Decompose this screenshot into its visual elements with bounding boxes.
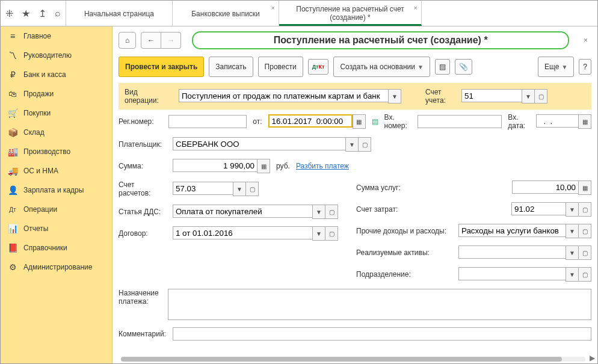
toolbar: Провести и закрыть Записать Провести ДтК… xyxy=(113,54,597,83)
dropdown-icon[interactable]: ▼ xyxy=(566,202,579,217)
purpose-textarea[interactable] xyxy=(168,289,591,320)
sidebar-item-label: Справочники xyxy=(23,244,67,252)
tab-label: Начальная страница xyxy=(84,10,154,18)
open-icon[interactable]: ▢ xyxy=(325,205,338,219)
sum-label: Сумма: xyxy=(119,162,167,170)
assets-label: Реализуемые активы: xyxy=(356,248,452,257)
apps-icon[interactable]: ⁜ xyxy=(5,8,13,19)
other-label: Прочие доходы и расходы: xyxy=(356,227,452,235)
cost-acc-input[interactable] xyxy=(511,202,566,215)
forward-button[interactable]: → xyxy=(161,32,181,49)
sidebar-item-bank[interactable]: ₽Банк и касса xyxy=(1,65,112,84)
date-input[interactable] xyxy=(268,114,353,128)
payer-label: Плательщик: xyxy=(119,140,167,149)
sidebar-item-sales[interactable]: 🛍Продажи xyxy=(1,84,112,103)
calc-icon[interactable]: ▦ xyxy=(578,180,591,195)
dropdown-icon[interactable]: ▼ xyxy=(566,267,579,282)
op-type-input[interactable] xyxy=(179,89,388,102)
open-icon[interactable]: ▢ xyxy=(535,89,547,103)
sidebar-item-operations[interactable]: ДтОперации xyxy=(1,200,112,219)
post-close-button[interactable]: Провести и закрыть xyxy=(119,57,204,77)
dropdown-icon[interactable]: ▼ xyxy=(233,182,246,196)
home-button[interactable]: ⌂ xyxy=(119,32,136,49)
open-icon[interactable]: ▢ xyxy=(579,224,591,238)
from-label: от: xyxy=(253,117,262,126)
calendar-icon[interactable]: ▦ xyxy=(353,114,366,129)
in-no-input[interactable] xyxy=(418,115,502,128)
open-icon[interactable]: ▢ xyxy=(579,267,591,282)
sidebar-item-production[interactable]: 🏭Производство xyxy=(1,142,112,161)
payer-input[interactable] xyxy=(173,137,345,150)
dropdown-icon[interactable]: ▼ xyxy=(566,224,579,238)
save-button[interactable]: Записать xyxy=(209,57,253,77)
dtkt-button[interactable]: ДтКт xyxy=(308,59,329,75)
sidebar-item-catalogs[interactable]: 📕Справочники xyxy=(1,238,112,258)
close-icon[interactable]: × xyxy=(414,4,418,11)
sidebar-item-purchase[interactable]: 🛒Покупки xyxy=(1,103,112,123)
dropdown-icon[interactable]: ▼ xyxy=(312,205,325,219)
contract-input[interactable] xyxy=(173,226,312,239)
sidebar-item-label: Склад xyxy=(23,128,45,137)
service-sum-input[interactable] xyxy=(512,180,578,194)
division-label: Подразделение: xyxy=(356,270,452,279)
more-button[interactable]: Еще▼ xyxy=(538,57,574,77)
doc-icon[interactable]: ▤ xyxy=(372,117,378,126)
tab-label: Поступление на расчетный счет (создание)… xyxy=(290,5,410,22)
post-button[interactable]: Провести xyxy=(258,57,303,77)
other-input[interactable] xyxy=(458,224,566,237)
sidebar-item-reports[interactable]: 📊Отчеты xyxy=(1,219,112,238)
assets-input[interactable] xyxy=(458,245,566,259)
sidebar-item-label: Производство xyxy=(23,147,70,156)
dropdown-icon[interactable]: ▼ xyxy=(345,137,359,152)
tab-receipt-create[interactable]: Поступление на расчетный счет (создание)… xyxy=(279,1,422,26)
tab-bank-statements[interactable]: Банковские выписки× xyxy=(173,1,279,26)
sidebar-item-assets[interactable]: 🚚ОС и НМА xyxy=(1,161,112,180)
close-button[interactable]: × xyxy=(580,36,591,45)
split-payment-link[interactable]: Разбить платеж xyxy=(296,162,349,170)
comment-input[interactable] xyxy=(173,327,591,341)
in-date-input[interactable] xyxy=(536,114,578,128)
sidebar-item-admin[interactable]: ⚙Администрирование xyxy=(1,258,112,277)
top-tools: ⁜ ★ ↥ ⌕ xyxy=(1,1,66,26)
calendar-icon[interactable]: ▦ xyxy=(578,114,591,129)
sidebar-item-manager[interactable]: 〽Руководителю xyxy=(1,46,112,65)
horizontal-scrollbar[interactable] xyxy=(121,357,585,362)
sidebar-item-label: Зарплата и кадры xyxy=(23,186,84,194)
sidebar-item-hr[interactable]: 👤Зарплата и кадры xyxy=(1,180,112,200)
truck-icon: 🚚 xyxy=(8,166,17,176)
open-icon[interactable]: ▢ xyxy=(325,226,338,241)
open-icon[interactable]: ▢ xyxy=(579,202,591,217)
print-button[interactable]: ▤ xyxy=(435,59,450,75)
attach-button[interactable]: 📎 xyxy=(455,59,472,75)
reg-no-input[interactable] xyxy=(168,115,247,128)
tab-home[interactable]: Начальная страница xyxy=(66,1,173,26)
dropdown-icon[interactable]: ▼ xyxy=(312,226,325,241)
calc-icon[interactable]: ▦ xyxy=(257,159,270,173)
open-icon[interactable]: ▢ xyxy=(579,245,591,260)
sum-input[interactable] xyxy=(173,159,257,172)
search-icon[interactable]: ⌕ xyxy=(55,8,61,19)
close-icon[interactable]: × xyxy=(271,4,275,11)
division-input[interactable] xyxy=(458,267,566,280)
scroll-right-icon[interactable]: ▶ xyxy=(590,354,595,362)
report-icon: 📊 xyxy=(8,224,17,233)
back-button[interactable]: ← xyxy=(141,32,161,49)
sidebar-item-main[interactable]: ≡Главное xyxy=(1,26,112,46)
sidebar-item-stock[interactable]: 📦Склад xyxy=(1,123,112,142)
dds-input[interactable] xyxy=(173,205,312,218)
help-button[interactable]: ? xyxy=(579,59,591,75)
history-icon[interactable]: ↥ xyxy=(39,8,46,19)
account-input[interactable] xyxy=(461,89,522,102)
open-icon[interactable]: ▢ xyxy=(359,137,371,152)
person-icon: 👤 xyxy=(8,185,17,195)
favorites-icon[interactable]: ★ xyxy=(22,8,30,19)
sidebar: ≡Главное 〽Руководителю ₽Банк и касса 🛍Пр… xyxy=(1,26,113,363)
settle-acc-input[interactable] xyxy=(173,182,233,195)
open-icon[interactable]: ▢ xyxy=(246,182,259,196)
dropdown-icon[interactable]: ▼ xyxy=(522,89,535,103)
dropdown-icon[interactable]: ▼ xyxy=(388,89,401,103)
create-based-button[interactable]: Создать на основании▼ xyxy=(333,57,430,77)
account-label: Счет учета: xyxy=(425,88,455,105)
sidebar-item-label: Главное xyxy=(23,32,51,40)
dropdown-icon[interactable]: ▼ xyxy=(566,245,579,260)
